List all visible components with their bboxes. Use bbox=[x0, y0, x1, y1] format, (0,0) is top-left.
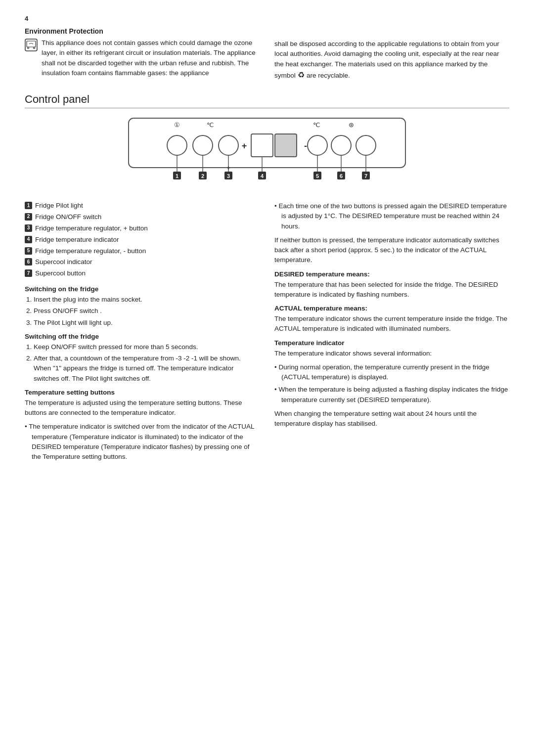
neither-para: If neither button is pressed, the temper… bbox=[274, 235, 509, 266]
item-label-4: Fridge temperature indicator bbox=[35, 235, 119, 245]
switching-off-steps: Keep ON/OFF switch pressed for more than… bbox=[25, 342, 260, 384]
env-heading: Environment Protection bbox=[25, 27, 260, 35]
step-item: Insert the plug into the mains socket. bbox=[34, 295, 260, 305]
svg-text:5: 5 bbox=[316, 173, 319, 179]
svg-text:6: 6 bbox=[340, 173, 343, 179]
item-label-6: Supercool indicator bbox=[35, 258, 92, 267]
svg-point-10 bbox=[193, 135, 213, 155]
recycle-symbol: ♻ bbox=[298, 71, 307, 79]
temp-indicator-heading: Temperature indicator bbox=[274, 339, 509, 347]
svg-text:2: 2 bbox=[201, 173, 204, 179]
item-badge-4: 4 bbox=[25, 236, 32, 243]
right-column: Each time one of the two buttons is pres… bbox=[274, 201, 509, 466]
item-label-7: Supercool button bbox=[35, 269, 86, 278]
svg-text:+: + bbox=[242, 141, 247, 151]
svg-text:3: 3 bbox=[227, 173, 230, 179]
item-label-1: Fridge Pilot light bbox=[35, 201, 83, 211]
list-item: 5 Fridge temperature regulator, - button bbox=[25, 247, 260, 256]
switching-on-heading: Switching on the fridge bbox=[25, 285, 260, 293]
left-column: 1 Fridge Pilot light 2 Fridge ON/OFF swi… bbox=[25, 201, 260, 466]
env-block: This appliance does not contain gasses w… bbox=[25, 38, 260, 78]
step-item: Press ON/OFF switch . bbox=[34, 306, 260, 316]
item-label-5: Fridge temperature regulator, - button bbox=[35, 247, 146, 256]
step-item: Keep ON/OFF switch pressed for more than… bbox=[34, 342, 260, 352]
env-right-col: shall be disposed according to the appli… bbox=[274, 27, 509, 84]
svg-text:1: 1 bbox=[176, 173, 178, 179]
step-item: After that, a countdown of the temperatu… bbox=[34, 354, 260, 384]
list-item: 1 Fridge Pilot light bbox=[25, 201, 260, 211]
recycle-icon bbox=[25, 39, 38, 78]
list-item: 2 Fridge ON/OFF switch bbox=[25, 213, 260, 222]
svg-point-16 bbox=[308, 135, 327, 155]
bullet-item: During normal operation, the temperature… bbox=[274, 362, 509, 383]
svg-rect-1 bbox=[27, 41, 36, 47]
svg-point-17 bbox=[331, 135, 351, 155]
control-panel-section: Control panel ① ℃ ℃ ⊛ + bbox=[25, 93, 509, 466]
top-section: Environment Protection This appliance do… bbox=[25, 27, 509, 84]
svg-text:+: + bbox=[226, 165, 230, 172]
bullet-item: The temperature indicator is switched ov… bbox=[25, 422, 260, 462]
svg-text:℃: ℃ bbox=[313, 121, 320, 129]
temp-setting-heading: Temperature setting buttons bbox=[25, 389, 260, 396]
control-panel-diagram: ① ℃ ℃ ⊛ + - bbox=[25, 113, 509, 192]
temp-indicator-intro: The temperature indicator shows several … bbox=[274, 349, 509, 358]
item-badge-7: 7 bbox=[25, 269, 32, 277]
svg-point-11 bbox=[219, 135, 238, 155]
svg-rect-14 bbox=[275, 134, 297, 157]
item-badge-6: 6 bbox=[25, 258, 32, 266]
switching-off-heading: Switching off the fridge bbox=[25, 333, 260, 340]
svg-point-2 bbox=[28, 47, 29, 49]
desired-heading: DESIRED temperature means: bbox=[274, 270, 509, 278]
svg-text:℃: ℃ bbox=[207, 121, 214, 129]
temp-indicator-bullets: During normal operation, the temperature… bbox=[274, 362, 509, 405]
list-item: 3 Fridge temperature regulator, + button bbox=[25, 224, 260, 233]
control-panel-title: Control panel bbox=[25, 93, 509, 108]
right-bullets: Each time one of the two buttons is pres… bbox=[274, 201, 509, 231]
item-badge-1: 1 bbox=[25, 202, 32, 209]
svg-rect-13 bbox=[251, 134, 273, 157]
svg-text:①: ① bbox=[174, 121, 180, 129]
svg-text:⊛: ⊛ bbox=[349, 121, 354, 129]
page-number: 4 bbox=[25, 15, 509, 22]
item-label-3: Fridge temperature regulator, + button bbox=[35, 224, 148, 233]
actual-text: The temperature indicator shows the curr… bbox=[274, 314, 509, 334]
list-item: 4 Fridge temperature indicator bbox=[25, 235, 260, 245]
temp-setting-bullets: The temperature indicator is switched ov… bbox=[25, 422, 260, 462]
svg-text:7: 7 bbox=[364, 173, 367, 179]
list-item: 7 Supercool button bbox=[25, 269, 260, 278]
desired-text: The temperature that has been selected f… bbox=[274, 280, 509, 300]
below-diagram: 1 Fridge Pilot light 2 Fridge ON/OFF swi… bbox=[25, 201, 509, 466]
env-text: This appliance does not contain gasses w… bbox=[42, 38, 260, 78]
svg-point-3 bbox=[34, 47, 35, 49]
svg-rect-4 bbox=[129, 118, 405, 168]
actual-heading: ACTUAL temperature means: bbox=[274, 305, 509, 312]
svg-point-9 bbox=[167, 135, 187, 155]
svg-point-18 bbox=[356, 135, 376, 155]
numbered-items-list: 1 Fridge Pilot light 2 Fridge ON/OFF swi… bbox=[25, 201, 260, 278]
bullet-item: Each time one of the two buttons is pres… bbox=[274, 201, 509, 231]
temp-setting-intro: The temperature is adjusted using the te… bbox=[25, 398, 260, 418]
item-badge-2: 2 bbox=[25, 213, 32, 221]
switching-on-steps: Insert the plug into the mains socket. P… bbox=[25, 295, 260, 328]
item-label-2: Fridge ON/OFF switch bbox=[35, 213, 101, 222]
temp-indicator-closing: When changing the temperature setting wa… bbox=[274, 409, 509, 429]
svg-text:4: 4 bbox=[261, 173, 264, 179]
item-badge-5: 5 bbox=[25, 247, 32, 255]
svg-text:-: - bbox=[304, 141, 307, 151]
item-badge-3: 3 bbox=[25, 224, 32, 232]
step-item: The Pilot Light will light up. bbox=[34, 318, 260, 328]
list-item: 6 Supercool indicator bbox=[25, 258, 260, 267]
env-right-text: shall be disposed according to the appli… bbox=[274, 27, 509, 81]
bullet-item: When the temperature is being adjusted a… bbox=[274, 385, 509, 405]
env-protection-col: Environment Protection This appliance do… bbox=[25, 27, 260, 84]
